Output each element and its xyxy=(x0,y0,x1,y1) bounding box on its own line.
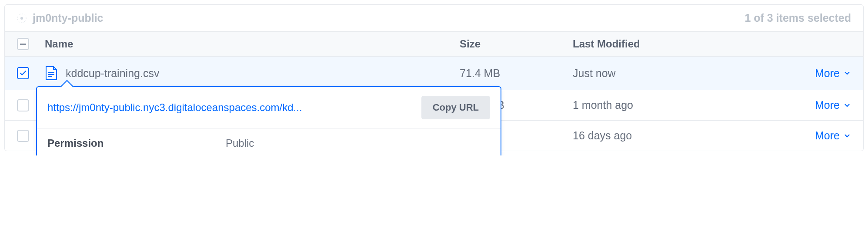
table-row[interactable]: kddcup-training.csv 71.4 MB Just now Mor… xyxy=(5,57,863,90)
select-all-checkbox[interactable] xyxy=(17,38,29,50)
more-menu-button[interactable]: More xyxy=(815,67,851,80)
bucket-title: jm0nty-public xyxy=(17,12,103,24)
bucket-icon xyxy=(17,14,27,23)
file-details-popover: https://jm0nty-public.nyc3.digitaloceans… xyxy=(36,86,501,155)
file-browser-panel: jm0nty-public 1 of 3 items selected Name… xyxy=(4,4,864,151)
file-url[interactable]: https://jm0nty-public.nyc3.digitaloceans… xyxy=(47,101,421,114)
permission-value: Public xyxy=(226,137,254,149)
row-checkbox[interactable] xyxy=(17,99,29,111)
file-modified: 1 month ago xyxy=(573,99,790,111)
more-label: More xyxy=(815,99,840,111)
row-checkbox[interactable] xyxy=(17,67,29,79)
file-name: kddcup-training.csv xyxy=(66,67,159,80)
file-modified: 16 days ago xyxy=(573,129,790,142)
file-modified: Just now xyxy=(573,67,790,80)
copy-url-button[interactable]: Copy URL xyxy=(421,96,490,119)
table-header: Name Size Last Modified xyxy=(5,32,863,57)
selection-count: 1 of 3 items selected xyxy=(744,12,851,24)
file-size: 71.4 MB xyxy=(460,67,573,80)
bucket-name: jm0nty-public xyxy=(33,12,103,24)
more-label: More xyxy=(815,129,840,142)
column-header-name[interactable]: Name xyxy=(43,38,460,50)
column-header-size[interactable]: Size xyxy=(460,38,573,50)
chevron-down-icon xyxy=(843,69,851,77)
more-label: More xyxy=(815,67,840,80)
more-menu-button[interactable]: More xyxy=(815,99,851,111)
panel-header: jm0nty-public 1 of 3 items selected xyxy=(5,5,863,32)
chevron-down-icon xyxy=(843,132,851,140)
chevron-down-icon xyxy=(843,101,851,109)
permission-label: Permission xyxy=(47,137,226,149)
svg-point-1 xyxy=(20,17,23,20)
popover-url-row: https://jm0nty-public.nyc3.digitaloceans… xyxy=(37,87,501,128)
row-checkbox[interactable] xyxy=(17,130,29,142)
popover-permission-row: Permission Public xyxy=(37,128,501,155)
more-menu-button[interactable]: More xyxy=(815,129,851,142)
column-header-modified[interactable]: Last Modified xyxy=(573,38,790,50)
file-icon xyxy=(45,65,58,81)
